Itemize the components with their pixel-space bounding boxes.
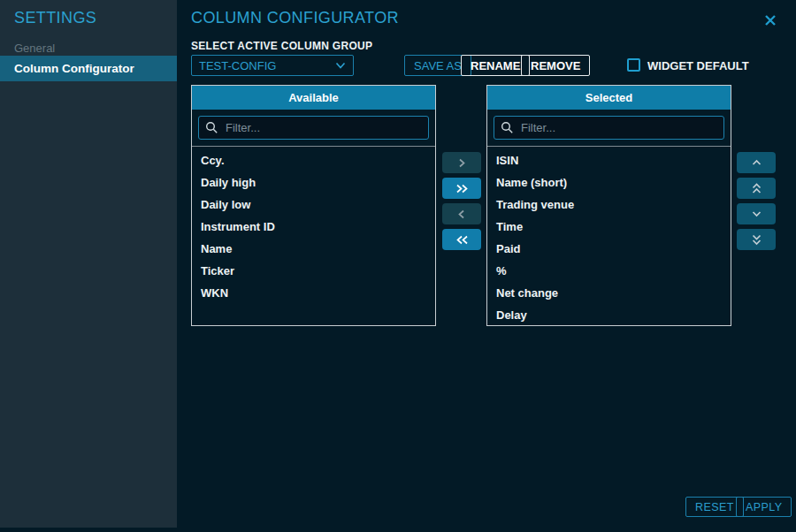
double-chevron-down-icon [752,234,762,246]
selected-list: ISINName (short)Trading venueTimePaid%Ne… [487,147,731,326]
reset-button[interactable]: RESET [685,497,744,517]
list-item[interactable]: Time [487,216,731,238]
double-chevron-right-icon [455,184,469,194]
available-panel: Available Ccy.Daily highDaily lowInstrum… [191,85,436,326]
list-item[interactable]: Trading venue [487,194,731,216]
list-item[interactable]: Ticker [192,260,435,282]
selected-panel: Selected ISINName (short)Trading venueTi… [486,85,731,326]
sidebar: SETTINGS General Column Configurator [0,0,177,528]
available-list: Ccy.Daily highDaily lowInstrument IDName… [192,147,435,304]
chevron-down-icon [335,62,346,70]
settings-window: SETTINGS General Column Configurator COL… [0,0,796,532]
available-filter-row [198,116,429,140]
list-item[interactable]: Instrument ID [192,216,435,238]
list-item[interactable]: Ccy. [192,149,435,171]
list-item[interactable]: Daily low [192,194,435,216]
column-group-dropdown[interactable]: TEST-CONFIG [191,55,354,76]
list-item[interactable]: Daily high [192,171,435,194]
double-chevron-left-icon [455,235,469,245]
list-item[interactable]: Net change [487,282,731,304]
move-to-bottom-button[interactable] [737,229,776,250]
list-item[interactable]: ISIN [487,149,731,171]
selected-panel-header: Selected [487,86,731,110]
dropdown-value: TEST-CONFIG [199,59,276,72]
available-panel-header: Available [192,86,435,110]
chevron-up-icon [752,159,762,166]
move-down-button[interactable] [737,203,776,224]
list-item[interactable]: % [487,260,731,282]
move-left-button[interactable] [442,203,481,224]
main-panel: COLUMN CONFIGURATOR SELECT ACTIVE COLUMN… [177,0,796,532]
sidebar-title: SETTINGS [14,9,96,27]
double-chevron-up-icon [752,183,762,194]
move-all-right-button[interactable] [442,178,481,199]
move-to-top-button[interactable] [737,178,776,199]
move-right-button[interactable] [442,152,481,173]
sidebar-item-column-configurator[interactable]: Column Configurator [0,56,177,81]
rename-button[interactable]: RENAME [461,55,530,76]
page-title: COLUMN CONFIGURATOR [191,9,399,27]
selected-filter-row [494,116,724,140]
chevron-down-icon [752,210,762,217]
group-label: SELECT ACTIVE COLUMN GROUP [191,40,372,52]
chevron-right-icon [457,158,466,168]
widget-default-checkbox[interactable] [627,58,640,72]
list-item[interactable]: Delay [487,304,731,326]
close-icon [763,13,777,27]
chevron-left-icon [457,209,466,219]
list-item[interactable]: Paid [487,238,731,260]
list-item[interactable]: WKN [192,282,435,304]
move-all-left-button[interactable] [442,229,481,250]
remove-button[interactable]: REMOVE [521,55,590,76]
widget-default-label: WIDGET DEFAULT [647,59,749,72]
selected-filter-input[interactable] [494,116,724,140]
move-up-button[interactable] [737,152,776,173]
available-filter-input[interactable] [198,116,429,140]
list-item[interactable]: Name (short) [487,171,731,194]
list-item[interactable]: Name [192,238,435,260]
apply-button[interactable]: APPLY [736,497,792,517]
close-button[interactable] [761,11,780,30]
